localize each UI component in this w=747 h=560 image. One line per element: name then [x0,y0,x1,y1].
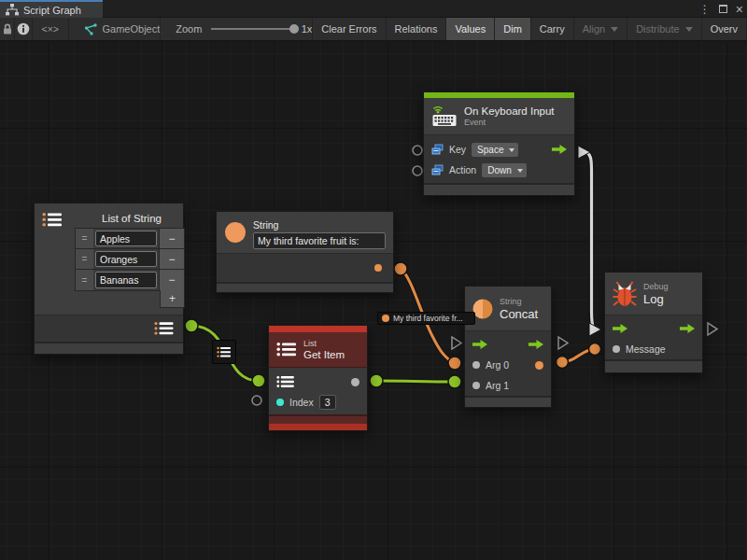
zoom-label: Zoom [176,23,202,35]
carry-toggle[interactable]: Carry [531,18,574,40]
align-dropdown[interactable]: Align [574,18,627,40]
node-title: List of String [102,213,162,224]
wire-value-string-bubble: My third favorite fr... [377,312,475,325]
tab-title: Script Graph [23,5,81,16]
list-item-field[interactable]: Oranges [95,251,157,267]
error-accent-strip-bottom [269,424,367,430]
node-title: On Keyboard Input [464,105,555,117]
keyboard-icon [431,106,458,127]
graph-toolbar: <×> GameObject Zoom 1x Clear Errors Rela… [0,18,747,41]
graph-icon [6,4,19,16]
remove-item-button[interactable]: − [159,249,184,269]
remove-item-button[interactable]: − [159,229,184,248]
string-output-port[interactable] [374,264,382,272]
node-debug-log[interactable]: Debug Log Message [604,272,703,373]
port-keyboard-action-ring [413,166,422,175]
node-on-keyboard-input[interactable]: On Keyboard Input Event Key Space [423,91,575,196]
list-item-row: = Oranges − [76,249,184,270]
dim-toggle[interactable]: Dim [495,18,531,40]
node-subtitle: Event [464,118,555,127]
wire-getitem-to-concat [376,381,455,382]
arg1-port-label: Arg 1 [486,380,509,391]
arg1-input-port[interactable] [472,382,480,389]
zoom-control: Zoom 1x [161,18,312,40]
port-getitem-index-ring [252,396,261,405]
flow-out-arrow-icon[interactable] [680,324,695,333]
concat-output-port[interactable] [535,361,543,370]
gameobject-label: GameObject [103,23,161,35]
info-button[interactable] [15,18,33,40]
distribute-dropdown[interactable]: Distribute [627,18,701,40]
wire-keyboard-to-debug [586,152,594,329]
node-title: String [253,219,386,231]
flow-in-arrow-icon[interactable] [613,324,627,333]
node-title: Concat [500,307,538,321]
window-menu-icon[interactable]: ⋮ [699,4,711,15]
port-debug-exit-triangle [708,323,717,335]
port-concat-enter-triangle [452,337,461,349]
zoom-value: 1x [302,23,313,35]
flow-in-arrow-icon[interactable] [472,340,487,349]
lock-icon [1,22,14,35]
zoom-slider[interactable] [211,28,294,30]
node-string-literal[interactable]: String My third favorite fruit is: [216,211,394,293]
list-item-field[interactable]: Bananas [95,272,157,288]
node-get-item[interactable]: List Get Item Index 3 [268,325,368,431]
getitem-output-port[interactable] [351,378,359,386]
list-item-row: = Bananas − [76,270,184,290]
overview-button[interactable]: Overv [702,18,747,40]
info-icon [17,22,30,35]
graph-canvas[interactable]: On Keyboard Input Event Key Space [0,42,747,560]
index-value-field[interactable]: 3 [319,395,336,410]
list-editor: = Apples − = Oranges − = Bananas − [75,228,185,291]
remove-item-button[interactable]: − [159,270,184,290]
arg0-port-label: Arg 0 [486,359,509,371]
chevron-down-icon [611,27,618,32]
close-icon[interactable]: × [736,3,743,16]
arg0-input-port[interactable] [472,361,480,369]
node-title: Log [643,292,669,306]
drag-handle[interactable]: = [76,249,93,269]
values-toggle[interactable]: Values [446,18,495,40]
list-icon [42,212,63,228]
list-icon-white [276,342,297,357]
tab-script-graph[interactable]: Script Graph [0,0,103,18]
titlebar: Script Graph ⋮ × [0,0,747,18]
gameobject-chip[interactable]: GameObject [69,18,162,40]
message-input-port[interactable] [613,345,620,353]
lock-button[interactable] [0,18,15,40]
relations-button[interactable]: Relations [387,18,447,40]
wire-value-text: My third favorite fr... [393,314,463,323]
action-dropdown[interactable]: Down [482,163,527,177]
index-port-label: Index [289,397,314,408]
string-concat-icon [472,299,493,319]
node-list-of-string[interactable]: List of String = Apples − = Oranges − = [34,203,184,355]
error-accent-strip [269,326,367,332]
key-dropdown[interactable]: Space [472,143,518,157]
wire-value-list-bubble [212,340,236,364]
chevron-down-icon [685,27,693,32]
node-concat[interactable]: String Concat Arg 0 [464,286,552,408]
code-icon: <×> [42,23,59,35]
maximize-icon[interactable] [719,5,727,13]
string-icon [224,221,247,244]
list-output-port-icon [154,321,175,336]
node-category: Debug [643,282,669,291]
index-input-port[interactable] [276,399,284,406]
port-keyboard-key-ring [413,146,422,155]
field-link-icon [431,164,444,176]
message-port-label: Message [626,343,666,355]
string-value-field[interactable]: My third favorite fruit is: [253,232,386,249]
string-value-dot [382,315,389,322]
key-port-label: Key [449,144,466,155]
code-view-button[interactable]: <×> [33,18,68,40]
zoom-slider-handle[interactable] [289,24,299,34]
node-category: String [500,297,538,306]
drag-handle[interactable]: = [76,270,93,290]
drag-handle[interactable]: = [76,229,93,248]
add-item-button[interactable]: + [160,290,185,308]
list-item-field[interactable]: Apples [95,231,157,246]
list-input-port-icon[interactable] [276,375,295,388]
flow-out-arrow-icon[interactable] [529,340,543,349]
clear-errors-button[interactable]: Clear Errors [312,18,386,40]
